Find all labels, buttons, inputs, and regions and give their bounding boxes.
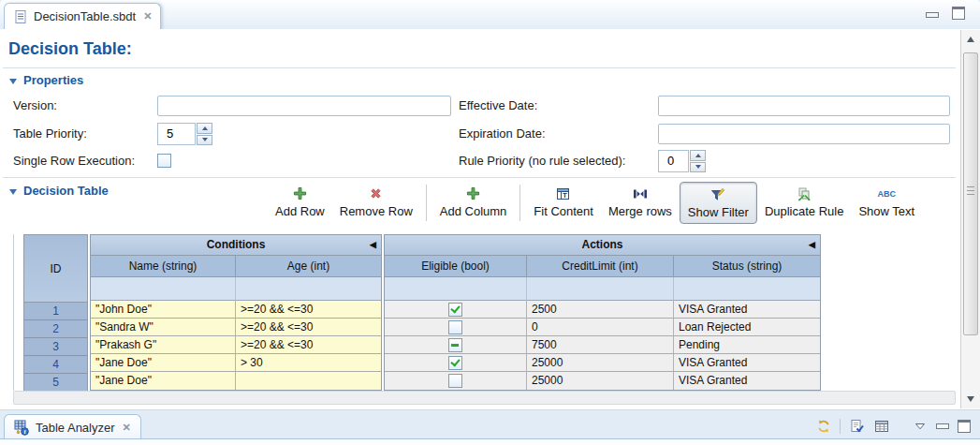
cell-eligible[interactable] [385, 319, 527, 336]
remove-row-button[interactable]: Remove Row [332, 182, 420, 224]
duplicate-rule-button[interactable]: Duplicate Rule [757, 182, 852, 224]
filter-cell-creditlimit[interactable] [527, 277, 674, 301]
decision-table-section-header[interactable]: Decision Table [9, 184, 109, 198]
show-filter-button[interactable]: Show Filter [680, 182, 757, 224]
conditions-block: Conditions ◀ Name (string) Age (int) "Jo… [90, 234, 382, 391]
row-id-cell[interactable]: 5 [24, 374, 87, 392]
cell-name[interactable]: "Jane Doe" [91, 354, 236, 372]
spinner-down-icon[interactable] [197, 135, 212, 146]
cell-creditlimit[interactable]: 7500 [527, 336, 674, 354]
row-id-cell[interactable]: 2 [24, 320, 87, 338]
cell-age[interactable]: >=20 && <=30 [236, 301, 381, 319]
add-row-label: Add Row [275, 204, 325, 218]
effective-date-field[interactable] [658, 96, 950, 116]
conditions-group-header[interactable]: Conditions ◀ [91, 235, 381, 256]
cell-age[interactable]: > 30 [236, 354, 381, 372]
collapse-left-icon[interactable]: ◀ [809, 235, 815, 255]
vertical-scrollbar[interactable] [960, 30, 980, 408]
table-analyzer-tab[interactable]: f Table Analyzer ✕ [4, 414, 141, 439]
cell-status[interactable]: Pending [674, 336, 820, 354]
cell-creditlimit[interactable]: 0 [527, 319, 674, 336]
decision-table-section-label: Decision Table [23, 184, 109, 198]
actions-group-header[interactable]: Actions ◀ [385, 235, 820, 256]
validate-icon[interactable] [849, 419, 865, 435]
bottom-panel: f Table Analyzer ✕ [0, 409, 980, 445]
table-view-icon[interactable] [873, 419, 889, 435]
refresh-icon[interactable] [815, 419, 831, 435]
expiration-date-field[interactable] [658, 124, 950, 144]
eligible-checkbox[interactable] [448, 338, 462, 352]
scroll-down-icon[interactable] [963, 393, 978, 406]
eligible-checkbox[interactable] [448, 303, 462, 317]
editor-tab-label: DecisionTable.sbdt [34, 9, 136, 23]
row-id-cell[interactable]: 3 [24, 338, 87, 356]
cell-status[interactable]: Loan Rejected [674, 319, 820, 336]
fit-content-button[interactable]: T Fit Content [526, 182, 601, 224]
id-column-header[interactable]: ID [24, 235, 87, 303]
filter-cell-eligible[interactable] [385, 277, 527, 301]
cell-age[interactable] [236, 372, 381, 390]
collapse-arrow-icon [9, 189, 17, 195]
version-field[interactable] [157, 96, 451, 116]
cell-eligible[interactable] [385, 354, 527, 372]
editor-tab-decisiontable[interactable]: DecisionTable.sbdt ✕ [4, 3, 161, 30]
conditions-group-label: Conditions [207, 238, 266, 251]
column-header-creditlimit[interactable]: CreditLimit (int) [527, 256, 674, 277]
single-row-execution-checkbox[interactable] [157, 154, 171, 168]
page-title: Decision Table: [8, 39, 132, 59]
row-id-cell[interactable]: 4 [24, 356, 87, 374]
filter-cell-age[interactable] [236, 277, 381, 301]
eligible-checkbox[interactable] [448, 320, 462, 334]
add-row-button[interactable]: Add Row [268, 182, 332, 224]
view-menu-icon[interactable] [912, 419, 928, 435]
cell-eligible[interactable] [385, 301, 527, 319]
maximize-icon[interactable] [958, 420, 971, 433]
spinner-up-icon[interactable] [197, 123, 212, 134]
filter-cell-status[interactable] [674, 277, 820, 301]
table-priority-value[interactable]: 5 [157, 123, 196, 145]
cell-status[interactable]: VISA Granted [674, 354, 820, 372]
add-column-button[interactable]: Add Column [432, 182, 515, 224]
column-header-eligible[interactable]: Eligible (bool) [385, 256, 527, 277]
cell-name[interactable]: "Prakash G" [91, 336, 236, 354]
show-text-button[interactable]: ABC Show Text [851, 182, 922, 224]
cell-status[interactable]: VISA Granted [674, 301, 820, 319]
filter-cell-name[interactable] [91, 277, 236, 301]
add-icon [292, 185, 308, 201]
properties-section-header[interactable]: Properties [9, 73, 83, 87]
close-icon[interactable]: ✕ [123, 422, 131, 434]
row-id-cell[interactable]: 1 [24, 303, 87, 320]
merge-rows-button[interactable]: Merge rows [601, 182, 680, 224]
column-header-name[interactable]: Name (string) [91, 256, 236, 277]
eligible-checkbox[interactable] [448, 356, 462, 370]
cell-age[interactable]: >=20 && <=30 [236, 336, 381, 354]
scrollbar-thumb[interactable] [963, 52, 978, 335]
column-header-age[interactable]: Age (int) [236, 256, 381, 277]
cell-age[interactable]: >=20 && <=30 [236, 319, 381, 336]
scroll-up-icon[interactable] [963, 33, 978, 46]
show-filter-icon [710, 186, 726, 202]
cell-creditlimit[interactable]: 2500 [527, 301, 674, 319]
cell-creditlimit[interactable]: 25000 [527, 372, 674, 390]
table-row: 25000 VISA Granted [385, 372, 820, 390]
cell-eligible[interactable] [385, 372, 527, 390]
cell-eligible[interactable] [385, 336, 527, 354]
eligible-checkbox[interactable] [448, 374, 462, 388]
cell-creditlimit[interactable]: 25000 [527, 354, 674, 372]
cell-name[interactable]: "Jane Doe" [91, 372, 236, 390]
column-header-status[interactable]: Status (string) [674, 256, 820, 277]
cell-name[interactable]: "Sandra W" [91, 319, 236, 336]
table-analyzer-content [0, 438, 980, 445]
rule-priority-value[interactable]: 0 [658, 150, 689, 172]
minimize-icon[interactable] [936, 423, 949, 429]
cell-name[interactable]: "John Doe" [91, 301, 236, 319]
spinner-up-icon[interactable] [690, 150, 706, 161]
spinner-down-icon[interactable] [690, 162, 706, 173]
fit-content-icon: T [556, 185, 572, 201]
cell-status[interactable]: VISA Granted [674, 372, 820, 390]
close-icon[interactable]: ✕ [143, 10, 152, 22]
maximize-icon[interactable] [952, 7, 965, 20]
remove-row-label: Remove Row [340, 204, 413, 218]
minimize-icon[interactable] [926, 12, 939, 18]
collapse-left-icon[interactable]: ◀ [370, 235, 376, 255]
